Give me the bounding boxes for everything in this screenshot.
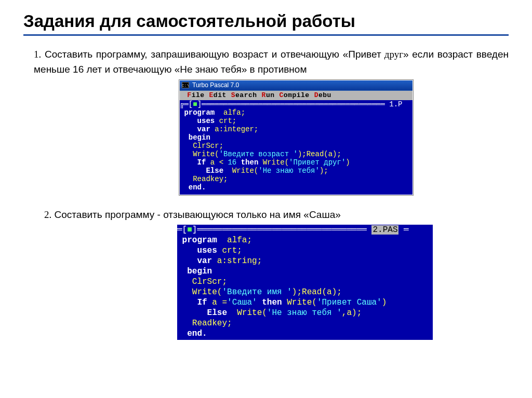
task-2-body: Составить программу - отзывающуюся тольк… (55, 209, 341, 220)
task-1-friend: друг (381, 49, 403, 60)
title-divider (23, 34, 509, 36)
tp-menu-bar[interactable]: FileEditSearchRunCompileDebu (180, 91, 413, 100)
menu-item[interactable]: Debu (314, 91, 331, 99)
window-titlebar: C:\ Turbo Pascal 7.0 (180, 80, 413, 91)
task-2-number: 2. (44, 209, 51, 220)
menu-item[interactable]: Edit (209, 91, 227, 99)
console-icon: C:\ (182, 82, 189, 88)
page-title: Задания для самостоятельной работы (23, 11, 509, 31)
window-title-text: Turbo Pascal 7.0 (192, 81, 239, 89)
menu-item[interactable]: Search (231, 91, 257, 99)
tp-editor-body-2: ═[■]══════════════════════════════════ 2… (177, 225, 433, 340)
tp-editor-body: ╔═[■]═══════════════════════════════════… (180, 100, 413, 195)
code-window-1: C:\ Turbo Pascal 7.0 FileEditSearchRunCo… (179, 80, 509, 195)
menu-item[interactable]: Compile (280, 91, 310, 99)
task-1-number: 1. (34, 49, 41, 60)
menu-item[interactable]: File (187, 91, 204, 99)
task-1-text: 1. Составить программу, запрашивающую во… (23, 47, 509, 77)
task-2-text: 2. Составить программу - отзывающуюся то… (23, 208, 509, 223)
menu-item[interactable]: Run (262, 91, 275, 99)
task-1-part-a: Составить программу, запрашивающую возра… (45, 49, 381, 60)
code-window-2: ═[■]══════════════════════════════════ 2… (177, 225, 433, 340)
